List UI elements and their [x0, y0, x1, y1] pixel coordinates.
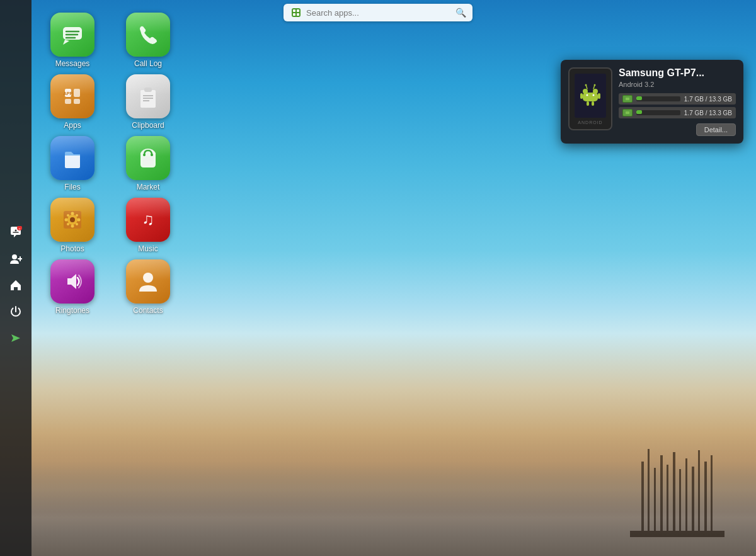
svg-rect-34 [74, 89, 80, 97]
svg-point-55 [67, 223, 69, 225]
search-magnifier-icon: 🔍 [455, 8, 466, 18]
sidebar-home-button[interactable] [4, 273, 28, 297]
app-photos[interactable]: Photos [38, 198, 107, 253]
svg-rect-42 [65, 154, 80, 168]
svg-rect-63 [587, 101, 589, 106]
svg-point-68 [593, 94, 595, 96]
svg-marker-28 [63, 40, 69, 45]
music-icon: ♫ [126, 198, 170, 242]
storage-icon-2 [622, 109, 633, 116]
market-icon [126, 136, 170, 180]
svg-point-18 [15, 230, 17, 232]
ringtones-label: Ringtones [55, 306, 89, 315]
trees-decoration [567, 424, 724, 537]
svg-rect-65 [580, 93, 583, 99]
svg-point-54 [76, 214, 78, 217]
svg-rect-10 [704, 462, 707, 537]
clipboard-icon [126, 74, 170, 118]
music-label: Music [138, 244, 158, 253]
app-clipboard[interactable]: Clipboard [113, 74, 183, 130]
svg-rect-3 [660, 455, 663, 537]
search-input[interactable] [306, 8, 452, 18]
svg-rect-37 [140, 90, 156, 108]
storage-label-2: 1.7 GB / 13.3 GB [684, 110, 732, 116]
sidebar-adduser-button[interactable] [4, 247, 28, 271]
svg-point-52 [77, 218, 81, 222]
files-icon [50, 136, 94, 180]
svg-rect-36 [74, 99, 80, 104]
device-name: Samsung GT-P7... [619, 67, 736, 79]
svg-text:+: + [18, 227, 21, 230]
svg-rect-62 [583, 93, 598, 101]
apps-icon: APP [50, 74, 94, 118]
svg-rect-38 [144, 88, 152, 92]
svg-point-50 [71, 225, 74, 228]
phone-screen [575, 74, 606, 118]
contacts-icon [126, 259, 170, 304]
storage-fill-2 [636, 110, 642, 114]
svg-point-44 [151, 154, 153, 156]
svg-rect-6 [679, 469, 681, 537]
svg-point-49 [71, 212, 74, 215]
app-ringtones[interactable]: Ringtones [38, 259, 107, 315]
sidebar-send-button[interactable] [4, 326, 28, 350]
photos-icon [50, 198, 94, 242]
svg-rect-64 [592, 101, 594, 106]
svg-rect-11 [711, 455, 713, 537]
svg-rect-17 [297, 13, 299, 16]
clipboard-label: Clipboard [132, 121, 164, 130]
svg-point-22 [12, 254, 17, 259]
storage-icon-1 [622, 95, 633, 103]
svg-rect-2 [654, 468, 656, 537]
svg-point-48 [70, 217, 75, 222]
app-files[interactable]: Files [38, 136, 107, 191]
market-label: Market [137, 183, 160, 191]
photos-label: Photos [60, 244, 84, 253]
app-messages[interactable]: Messages [38, 13, 107, 68]
svg-rect-32 [65, 89, 71, 97]
svg-rect-0 [641, 462, 644, 537]
device-info: Samsung GT-P7... Android 3.2 1.7 GB / 13… [619, 67, 736, 136]
apps-grid: Messages Call Log APP Apps [38, 13, 183, 315]
svg-point-72 [594, 84, 596, 86]
svg-rect-15 [297, 9, 299, 12]
svg-rect-1 [648, 449, 650, 537]
contacts-label: Contacts [133, 306, 163, 315]
svg-point-56 [76, 223, 78, 225]
svg-rect-8 [692, 467, 694, 537]
app-contacts[interactable]: Contacts [113, 259, 183, 315]
sidebar-chat-button[interactable]: + [4, 220, 28, 244]
svg-rect-5 [673, 452, 675, 537]
detail-button[interactable]: Detail... [696, 123, 736, 136]
svg-text:APP: APP [64, 91, 73, 96]
svg-rect-7 [685, 458, 687, 537]
calllog-label: Call Log [134, 59, 162, 68]
svg-point-71 [585, 84, 587, 86]
storage-label-1: 1.7 GB / 13.3 GB [684, 96, 732, 103]
messages-icon [50, 13, 94, 57]
app-market[interactable]: Market [113, 136, 183, 191]
svg-marker-58 [67, 274, 76, 289]
svg-point-53 [67, 214, 69, 217]
messages-label: Messages [55, 59, 90, 68]
svg-rect-12 [630, 531, 724, 537]
device-os: Android 3.2 [619, 81, 736, 88]
apps-label: Apps [64, 121, 81, 130]
ringtones-icon [50, 259, 94, 304]
app-apps[interactable]: APP Apps [38, 74, 107, 130]
android-text: ANDROID [578, 120, 602, 125]
storage-bar-2: 1.7 GB / 13.3 GB [619, 107, 736, 118]
calllog-icon [126, 13, 170, 57]
storage-fill-1 [636, 96, 642, 100]
apps-search-icon [290, 6, 302, 19]
app-calllog[interactable]: Call Log [113, 13, 183, 68]
svg-rect-66 [598, 93, 600, 99]
search-container[interactable]: 🔍 [284, 4, 472, 21]
app-music[interactable]: ♫ Music [113, 198, 183, 253]
svg-rect-9 [698, 450, 700, 537]
sidebar-power-button[interactable] [4, 300, 28, 324]
svg-point-59 [143, 273, 153, 283]
svg-rect-45 [143, 157, 153, 165]
sidebar: + [0, 0, 32, 556]
svg-point-67 [587, 94, 588, 96]
